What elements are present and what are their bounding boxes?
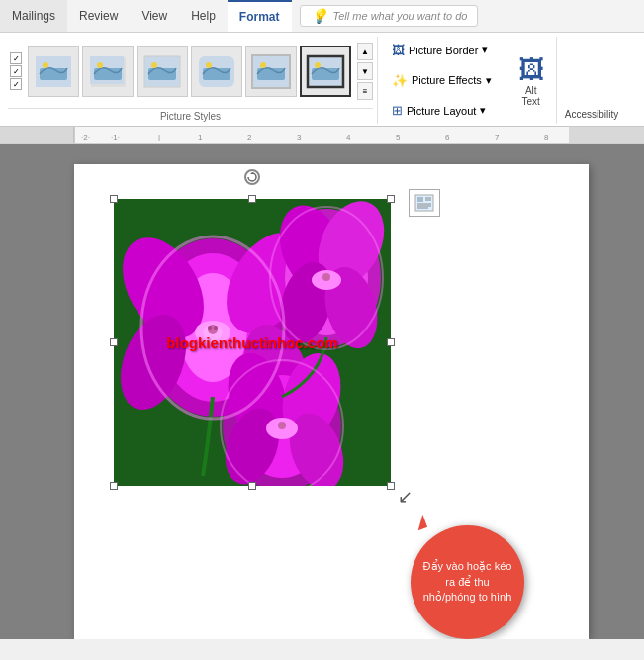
handle-top-right[interactable] <box>387 195 395 203</box>
style-thumb-1[interactable] <box>28 46 79 97</box>
svg-text:|: | <box>158 133 160 141</box>
handle-bottom-left[interactable] <box>110 482 118 490</box>
tooltip-text: Đẩy vào hoặc kéo ra để thu nhỏ/phóng to … <box>411 551 524 613</box>
svg-text:2: 2 <box>247 133 252 141</box>
picture-styles-group: ✓ ✓ ✓ <box>4 37 378 124</box>
alt-text-button[interactable]: 🖼 AltText <box>506 37 557 124</box>
picture-styles-content: ✓ ✓ ✓ <box>8 37 373 106</box>
picture-options-group: 🖼 Picture Border ▾ ✨ Picture Effects ▾ ⊞… <box>378 37 626 124</box>
ribbon-content: ✓ ✓ ✓ <box>0 33 644 127</box>
svg-text:8: 8 <box>544 133 549 141</box>
picture-effects-button[interactable]: ✨ Picture Effects ▾ <box>386 71 498 90</box>
ribbon-groups-row: ✓ ✓ ✓ <box>4 37 626 124</box>
checkbox-2[interactable]: ✓ <box>10 65 22 77</box>
document-page: blogkienthuctinhoc.com ↙ Đẩy vào hoặc ké… <box>74 164 589 639</box>
accessibility-button[interactable]: Accessibility <box>557 37 626 124</box>
svg-point-54 <box>214 326 218 330</box>
document-area: blogkienthuctinhoc.com ↙ Đẩy vào hoặc ké… <box>0 144 644 639</box>
picture-layout-button[interactable]: ⊞ Picture Layout ▾ <box>386 101 498 120</box>
rotate-handle[interactable] <box>244 169 260 185</box>
svg-point-18 <box>315 62 321 68</box>
handle-middle-left[interactable] <box>110 338 118 346</box>
alt-text-label: AltText <box>522 85 540 107</box>
scroll-up-button[interactable]: ▲ <box>357 43 373 60</box>
svg-point-15 <box>260 62 266 68</box>
svg-text:3: 3 <box>297 133 302 141</box>
picture-border-icon: 🖼 <box>392 43 405 57</box>
accessibility-label: Accessibility <box>565 109 618 120</box>
svg-point-2 <box>43 62 48 68</box>
style-thumb-6[interactable] <box>300 46 351 97</box>
svg-text:·2·: ·2· <box>81 133 90 141</box>
tab-view[interactable]: View <box>130 0 179 32</box>
style-thumb-4[interactable] <box>191 46 242 97</box>
svg-text:·1·: ·1· <box>111 133 120 141</box>
svg-text:4: 4 <box>346 133 351 141</box>
svg-point-53 <box>208 326 212 330</box>
checkbox-row-2[interactable]: ✓ <box>10 65 22 77</box>
thumb-scroll-controls: ▲ ▼ ≡ <box>357 43 373 100</box>
picture-right-buttons: 🖼 Picture Border ▾ ✨ Picture Effects ▾ ⊞… <box>378 37 506 124</box>
picture-layout-chevron: ▾ <box>480 104 486 117</box>
style-thumb-5[interactable] <box>245 46 297 97</box>
svg-rect-19 <box>0 127 74 144</box>
svg-point-6 <box>97 62 103 68</box>
handle-bottom-center[interactable] <box>248 482 256 490</box>
picture-styles-label: Picture Styles <box>8 108 373 124</box>
flower-image: blogkienthuctinhoc.com <box>114 199 391 486</box>
rotate-icon <box>244 169 260 185</box>
picture-effects-icon: ✨ <box>392 73 408 88</box>
tab-mailings[interactable]: Mailings <box>0 0 67 32</box>
handle-top-center[interactable] <box>248 195 256 203</box>
svg-rect-36 <box>417 197 423 202</box>
scroll-expand-button[interactable]: ≡ <box>357 82 373 100</box>
watermark-text: blogkienthuctinhoc.com <box>166 334 337 351</box>
checkbox-row-3[interactable]: ✓ <box>10 78 22 90</box>
svg-point-62 <box>322 273 330 281</box>
picture-layout-icon: ⊞ <box>392 103 403 118</box>
tab-review[interactable]: Review <box>67 0 130 32</box>
handle-middle-right[interactable] <box>387 338 395 346</box>
svg-text:6: 6 <box>445 133 450 141</box>
scroll-down-button[interactable]: ▼ <box>357 62 373 80</box>
svg-text:5: 5 <box>396 133 401 141</box>
ribbon-tabs-bar: Mailings Review View Help Format 💡 Tell … <box>0 0 644 33</box>
tell-me-bar[interactable]: 💡 Tell me what you want to do <box>300 5 479 27</box>
lightbulb-icon: 💡 <box>311 8 327 24</box>
tooltip-bubble: Đẩy vào hoặc kéo ra để thu nhỏ/phóng to … <box>411 525 534 639</box>
tab-help[interactable]: Help <box>179 0 228 32</box>
layout-position-icon[interactable] <box>409 189 440 217</box>
ruler-svg: ·2· ·1· | 1 2 3 4 5 6 7 8 <box>0 127 644 144</box>
ruler-bar: ·2· ·1· | 1 2 3 4 5 6 7 8 <box>0 127 644 144</box>
selected-image-container[interactable]: blogkienthuctinhoc.com ↙ Đẩy vào hoặc ké… <box>114 199 391 486</box>
style-thumb-3[interactable] <box>137 46 188 97</box>
svg-text:7: 7 <box>495 133 500 141</box>
svg-point-12 <box>206 62 212 68</box>
style-checkboxes: ✓ ✓ ✓ <box>8 52 24 90</box>
svg-rect-21 <box>569 127 644 144</box>
resize-arrow-icon[interactable]: ↙ <box>398 486 413 508</box>
style-thumb-2[interactable] <box>82 46 134 97</box>
svg-point-70 <box>278 422 286 429</box>
picture-border-chevron: ▾ <box>482 44 488 56</box>
style-thumbs-container <box>24 42 355 101</box>
handle-top-left[interactable] <box>110 195 118 203</box>
picture-border-button[interactable]: 🖼 Picture Border ▾ <box>386 41 498 59</box>
svg-point-9 <box>151 62 157 68</box>
checkbox-1[interactable]: ✓ <box>10 52 22 64</box>
checkbox-3[interactable]: ✓ <box>10 78 22 90</box>
handle-bottom-right[interactable] <box>387 482 395 490</box>
tab-format[interactable]: Format <box>228 0 292 32</box>
picture-effects-chevron: ▾ <box>486 74 492 87</box>
svg-text:1: 1 <box>198 133 203 141</box>
alt-text-icon: 🖼 <box>518 54 544 85</box>
checkbox-row-1[interactable]: ✓ <box>10 52 22 64</box>
